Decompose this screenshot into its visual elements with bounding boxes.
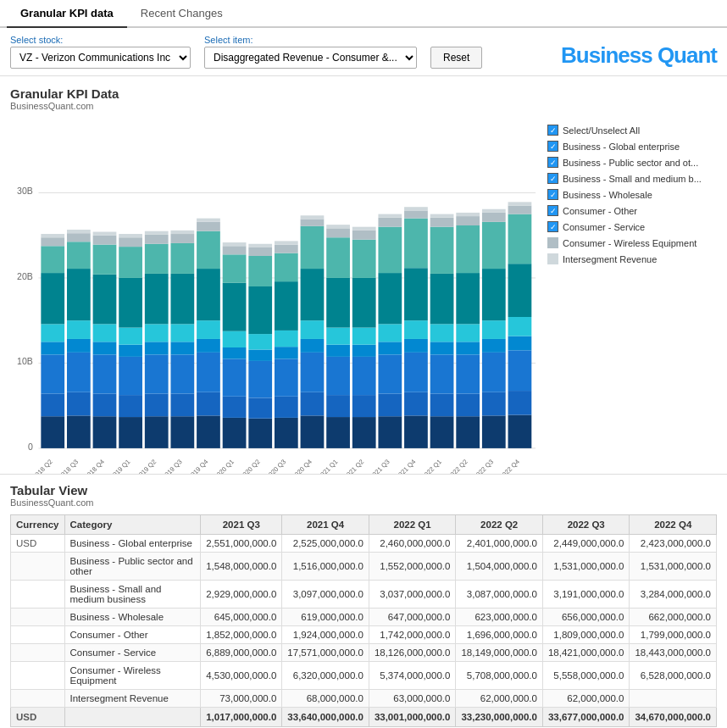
brand-text-blue: Quant (658, 42, 717, 68)
legend-item-6[interactable]: Consumer - Wireless Equipment (547, 237, 717, 248)
svg-rect-100 (275, 358, 298, 396)
cell-category: Business - Small and medium business (64, 581, 201, 609)
legend-select-all[interactable]: ✓ Select/Unselect All (547, 125, 717, 136)
reset-button[interactable]: Reset (430, 47, 482, 69)
svg-rect-96 (248, 244, 272, 247)
svg-rect-120 (326, 357, 350, 395)
svg-rect-91 (248, 350, 272, 361)
svg-text:2020 Q4: 2020 Q4 (291, 458, 314, 474)
legend-item-1[interactable]: ✓ Business - Public sector and ot... (547, 157, 717, 168)
item-control: Select item: Disaggregated Revenue - Con… (204, 35, 417, 69)
footer-q4-22: 34,670,000,000.0 (630, 708, 717, 727)
legend-checkbox-7[interactable] (547, 253, 558, 264)
legend-checkbox-3[interactable]: ✓ (547, 189, 558, 200)
svg-rect-58 (170, 416, 194, 448)
legend-item-7[interactable]: Intersegment Revenue (547, 253, 717, 264)
svg-rect-191 (508, 336, 532, 351)
tab-granular-kpi[interactable]: Granular KPI data (7, 0, 127, 28)
item-label: Select item: (204, 35, 417, 45)
svg-rect-151 (404, 339, 428, 353)
cell-category: Consumer - Wireless Equipment (64, 662, 201, 690)
svg-rect-56 (145, 231, 169, 235)
svg-rect-23 (67, 269, 91, 320)
cell-q4-21: 3,097,000,000.0 (282, 581, 369, 609)
cell-q3-22: 1,531,000,000.0 (542, 553, 630, 581)
table-row: Business - Public sector and other 1,548… (11, 553, 717, 581)
svg-text:2020 Q2: 2020 Q2 (239, 458, 262, 474)
cell-q4-21: 6,320,000,000.0 (282, 662, 369, 690)
cell-category: Business - Wholesale (64, 609, 201, 626)
cell-q4-21: 2,525,000,000.0 (282, 535, 369, 553)
svg-rect-92 (248, 334, 272, 349)
table-row: Business - Small and medium business 2,9… (11, 581, 717, 609)
svg-text:2019 Q4: 2019 Q4 (186, 458, 210, 474)
svg-rect-45 (119, 237, 142, 247)
col-2022q1: 2022 Q1 (369, 515, 456, 535)
table-header-row: Currency Category 2021 Q3 2021 Q4 2022 Q… (11, 515, 717, 535)
cell-category: Consumer - Other (64, 626, 201, 644)
svg-rect-41 (119, 345, 142, 357)
legend-item-4[interactable]: ✓ Consumer - Other (547, 205, 717, 216)
svg-rect-115 (301, 219, 325, 225)
svg-rect-108 (301, 415, 325, 448)
cell-currency (11, 609, 65, 626)
legend-label-3: Business - Wholesale (563, 190, 652, 200)
cell-category: Business - Public sector and other (64, 553, 201, 581)
cell-category: Business - Global enterprise (64, 535, 201, 553)
table-row: Consumer - Other 1,852,000,000.0 1,924,0… (11, 626, 717, 644)
legend-label-all: Select/Unselect All (563, 125, 640, 136)
svg-rect-79 (223, 397, 247, 418)
legend-item-2[interactable]: ✓ Business - Small and medium b... (547, 173, 717, 184)
svg-rect-189 (508, 391, 532, 414)
svg-rect-158 (430, 416, 454, 448)
legend-checkbox-4[interactable]: ✓ (547, 205, 558, 216)
svg-rect-121 (326, 345, 350, 357)
svg-rect-152 (404, 320, 428, 339)
svg-rect-21 (67, 339, 91, 353)
stock-select[interactable]: VZ - Verizon Communications Inc (10, 47, 191, 69)
svg-rect-153 (404, 268, 428, 320)
svg-rect-14 (41, 246, 64, 273)
svg-rect-105 (275, 245, 298, 253)
legend-item-0[interactable]: ✓ Business - Global enterprise (547, 141, 717, 152)
cell-q1-22: 1,552,000,000.0 (369, 553, 456, 581)
legend-checkbox-0[interactable]: ✓ (547, 141, 558, 152)
legend-checkbox-all[interactable]: ✓ (547, 125, 558, 136)
svg-rect-124 (326, 237, 350, 278)
svg-text:2022 Q4: 2022 Q4 (498, 458, 522, 474)
svg-rect-111 (301, 339, 325, 353)
svg-rect-143 (378, 273, 402, 324)
legend-item-3[interactable]: ✓ Business - Wholesale (547, 189, 717, 200)
cell-q3-22: 656,000,000.0 (542, 609, 630, 626)
footer-q1-22: 33,001,000,000.0 (369, 708, 456, 727)
item-select[interactable]: Disaggregated Revenue - Consumer &... (204, 47, 417, 69)
svg-rect-140 (378, 354, 402, 393)
svg-rect-163 (430, 274, 454, 324)
svg-rect-33 (93, 275, 117, 325)
legend-checkbox-6[interactable] (547, 237, 558, 248)
svg-rect-61 (170, 342, 194, 354)
svg-rect-185 (482, 213, 506, 222)
svg-rect-78 (223, 418, 247, 448)
svg-rect-196 (508, 202, 532, 205)
tab-recent-changes[interactable]: Recent Changes (127, 0, 236, 28)
legend-label-6: Consumer - Wireless Equipment (563, 238, 696, 248)
svg-rect-70 (197, 353, 220, 392)
legend-checkbox-5[interactable]: ✓ (547, 221, 558, 232)
svg-rect-18 (67, 415, 91, 448)
svg-rect-89 (248, 397, 272, 418)
svg-rect-63 (170, 274, 194, 324)
svg-text:2018 Q3: 2018 Q3 (57, 458, 80, 474)
legend-checkbox-1[interactable]: ✓ (547, 157, 558, 168)
svg-text:2020 Q1: 2020 Q1 (213, 458, 236, 474)
svg-rect-145 (378, 218, 402, 227)
svg-rect-172 (456, 324, 480, 342)
legend-checkbox-2[interactable]: ✓ (547, 173, 558, 184)
legend-item-5[interactable]: ✓ Consumer - Service (547, 221, 717, 232)
cell-q3-22: 62,000,000.0 (542, 690, 630, 708)
cell-q2-22: 5,708,000,000.0 (456, 662, 543, 690)
svg-rect-159 (430, 393, 454, 416)
cell-q3-22: 5,558,000,000.0 (542, 662, 630, 690)
svg-rect-34 (93, 245, 117, 275)
svg-text:2021 Q2: 2021 Q2 (342, 458, 365, 474)
